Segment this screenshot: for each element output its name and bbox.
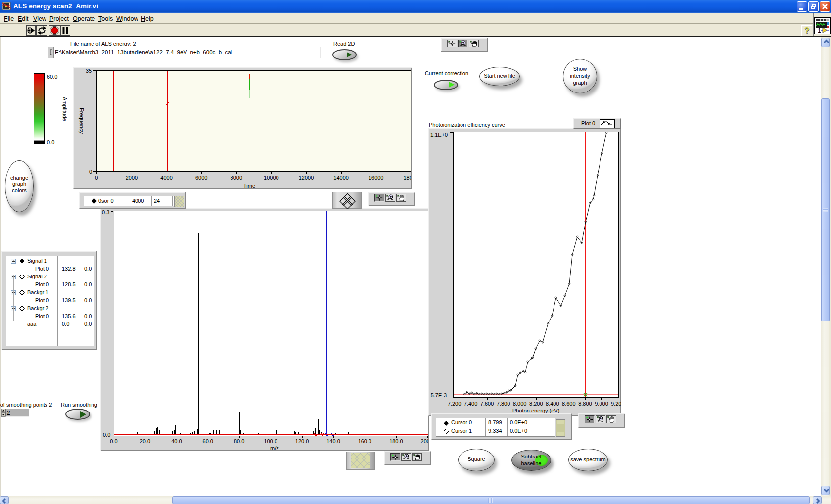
svg-text:1: 1 [818, 27, 821, 34]
